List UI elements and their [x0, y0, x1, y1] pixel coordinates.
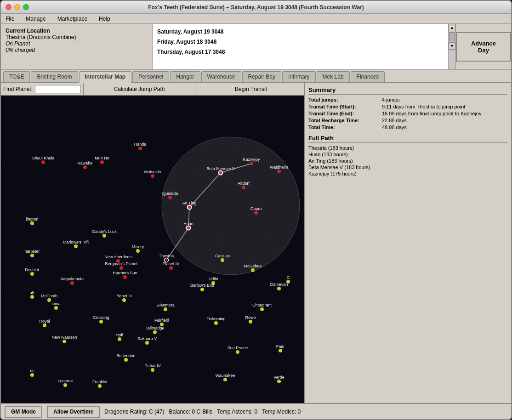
svg-point-149 — [47, 298, 51, 302]
gm-mode-button[interactable]: GM Mode — [5, 406, 42, 418]
summary-key-1: Transit Time (Start): — [308, 104, 382, 109]
date-scroll: Saturday, August 19 3048 Friday, August … — [153, 24, 456, 69]
svg-text:Tishoming: Tishoming — [206, 317, 225, 321]
tab-meklab[interactable]: Mek Lab — [317, 71, 350, 82]
svg-point-181 — [236, 350, 239, 354]
menu-file[interactable]: File — [3, 15, 17, 23]
svg-point-145 — [277, 287, 281, 290]
svg-text:McGehee: McGehee — [244, 264, 262, 268]
svg-point-48 — [98, 260, 99, 260]
svg-point-42 — [202, 117, 202, 117]
statusbar: GM Mode Allow Overtime Dragoons Rating: … — [1, 403, 511, 419]
maximize-button[interactable] — [23, 4, 29, 10]
svg-text:Rowe: Rowe — [245, 315, 256, 320]
tab-interstellar[interactable]: Interstellar Map — [79, 71, 132, 83]
svg-point-131 — [119, 266, 123, 270]
svg-point-43 — [292, 242, 292, 243]
svg-text:Crossing: Crossing — [93, 315, 109, 320]
svg-point-112 — [30, 221, 34, 225]
svg-point-179 — [145, 341, 149, 345]
svg-text:Wapakoneta: Wapakoneta — [61, 277, 84, 281]
temp-astechs: Temp Astechs: 0 — [217, 409, 257, 415]
scroll-down[interactable]: ▼ — [449, 42, 455, 50]
svg-point-53 — [44, 333, 45, 334]
svg-point-35 — [68, 193, 68, 194]
svg-point-79 — [199, 272, 200, 273]
svg-point-195 — [98, 384, 102, 388]
svg-point-114 — [102, 234, 106, 238]
path-4: Kaznejoy (175 hours) — [308, 171, 507, 176]
svg-point-173 — [63, 340, 66, 343]
svg-text:Thestria: Thestria — [159, 254, 174, 258]
svg-point-163 — [99, 320, 103, 324]
scroll-up[interactable]: ▲ — [449, 24, 455, 31]
traffic-lights — [6, 4, 29, 10]
svg-text:New Ivaarsen: New Ivaarsen — [51, 335, 77, 340]
svg-point-62 — [281, 338, 282, 338]
svg-point-155 — [164, 307, 167, 311]
tab-personnel[interactable]: Personnel — [132, 71, 169, 82]
close-button[interactable] — [6, 4, 11, 10]
menu-help[interactable]: Help — [97, 15, 113, 23]
svg-point-92 — [41, 160, 45, 164]
svg-point-50 — [18, 268, 18, 269]
svg-text:nc: nc — [30, 369, 34, 373]
svg-point-20 — [133, 340, 134, 340]
svg-point-12 — [191, 117, 192, 117]
date-entry-2: Thursday, August 17 3048 — [157, 49, 451, 55]
menu-marketplace[interactable]: Marketplace — [55, 15, 90, 23]
svg-text:Planet IV: Planet IV — [163, 261, 180, 266]
tab-infirmary[interactable]: Infirmary — [282, 71, 316, 82]
find-planet-input[interactable] — [35, 85, 81, 93]
minimize-button[interactable] — [14, 4, 20, 10]
svg-point-98 — [277, 170, 281, 173]
calc-jump-btn[interactable]: Calculate Jump Path — [86, 86, 193, 92]
svg-point-86 — [138, 147, 142, 150]
svg-point-81 — [162, 137, 300, 275]
svg-point-2 — [50, 325, 51, 326]
svg-point-72 — [107, 148, 108, 148]
tabs: TO&E Briefing Room Interstellar Map Pers… — [1, 70, 511, 83]
advance-day-inner: Advance Day — [456, 32, 511, 62]
full-path-title: Full Path — [308, 135, 507, 143]
svg-point-189 — [277, 380, 281, 383]
summary-val-0: 4 jumps — [382, 97, 507, 102]
date-scrollbar[interactable]: ▲ ▼ — [448, 24, 455, 69]
svg-text:Beta Mensae V: Beta Mensae V — [206, 166, 235, 171]
svg-point-135 — [70, 281, 74, 285]
tab-toe[interactable]: TO&E — [3, 71, 30, 82]
svg-point-175 — [118, 337, 121, 341]
svg-text:uK: uK — [29, 290, 34, 295]
svg-text:Huan: Huan — [183, 221, 193, 226]
svg-text:Sun Prairie: Sun Prairie — [228, 346, 248, 350]
svg-point-75 — [73, 150, 73, 150]
advance-day-button[interactable]: Advance Day — [456, 24, 511, 69]
tab-repair[interactable]: Repair Bay — [242, 71, 281, 82]
svg-point-14 — [279, 340, 280, 341]
tab-briefing[interactable]: Briefing Room — [31, 71, 78, 82]
svg-text:Igualada: Igualada — [162, 191, 178, 196]
starmap[interactable]: HandaKawabeMun HoShaul KhalaMatsuidaKazn… — [1, 96, 304, 405]
svg-point-63 — [81, 335, 82, 335]
svg-point-77 — [160, 229, 160, 230]
svg-point-4 — [24, 184, 24, 185]
svg-point-177 — [279, 349, 282, 352]
summary-key-4: Total Time: — [308, 125, 382, 130]
svg-point-153 — [54, 306, 58, 310]
tab-warehouse[interactable]: Warehouse — [201, 71, 241, 82]
svg-point-118 — [136, 249, 140, 253]
svg-point-133 — [123, 275, 127, 279]
begin-transit-btn[interactable]: Begin Transit — [198, 86, 304, 92]
menu-manage[interactable]: Manage — [23, 15, 48, 23]
scroll-thumb[interactable] — [449, 32, 455, 41]
svg-point-102 — [242, 186, 245, 189]
svg-point-193 — [63, 383, 67, 387]
svg-point-54 — [9, 120, 10, 121]
date-entry-1: Friday, August 18 3048 — [157, 39, 451, 45]
svg-text:Waldheim: Waldheim — [270, 165, 288, 170]
svg-point-33 — [101, 332, 101, 332]
tab-finances[interactable]: Finances — [351, 71, 385, 82]
allow-overtime-button[interactable]: Allow Overtime — [47, 406, 100, 418]
svg-point-17 — [29, 272, 29, 273]
tab-hangar[interactable]: Hangar — [170, 71, 200, 82]
